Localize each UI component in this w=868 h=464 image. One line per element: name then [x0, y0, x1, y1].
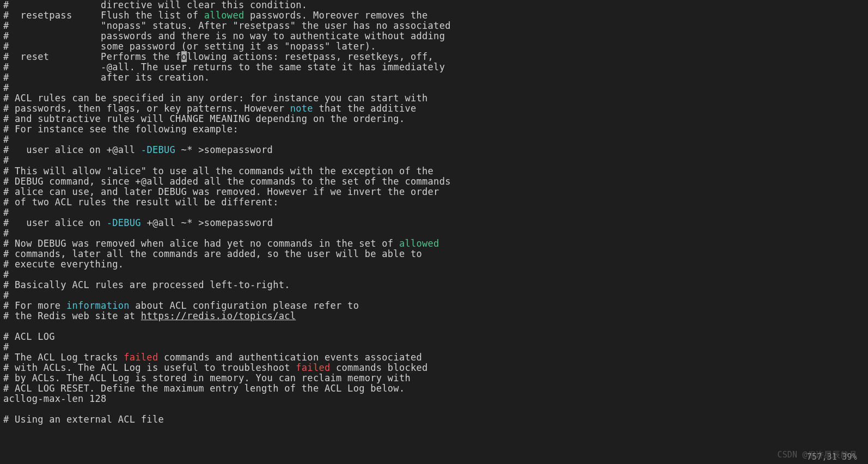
code-line: # [3, 228, 9, 239]
code-segment: -DEBUG [107, 217, 141, 228]
code-segment: https://redis.io/topics/acl [141, 310, 296, 321]
code-segment: +@all ~* >somepassword [141, 217, 273, 228]
code-segment: # [3, 155, 9, 166]
code-line: # user alice on +@all -DEBUG ~* >somepas… [3, 144, 273, 155]
code-line: # with ACLs. The ACL Log is useful to tr… [3, 362, 428, 373]
code-line: acllog-max-len 128 [3, 393, 107, 404]
code-segment: # The ACL Log tracks [3, 352, 124, 363]
code-segment: passwords. Moreover removes the [244, 10, 427, 21]
code-segment: failed [296, 362, 330, 373]
code-segment: # This will allow "alice" to use all the… [3, 166, 433, 176]
code-segment: # with ACLs. The ACL Log is useful to tr… [3, 362, 296, 373]
code-segment: # execute everything. [3, 259, 124, 270]
code-line: # passwords, then flags, or key patterns… [3, 103, 417, 114]
code-segment: # commands, later all the commands are a… [3, 248, 422, 259]
code-segment: allowed [204, 10, 244, 21]
code-line: # and subtractive rules will CHANGE MEAN… [3, 113, 405, 124]
code-line: # some password (or setting it as "nopas… [3, 41, 376, 52]
code-segment: ~* >somepassword [175, 144, 273, 155]
code-segment: note [290, 103, 313, 114]
config-file-view: # directive will clear this condition. #… [0, 0, 868, 425]
code-segment: llowing actions: resetpass, resetkeys, o… [187, 51, 433, 62]
code-segment: commands blocked [331, 362, 428, 373]
code-segment: # directive will clear this condition. [3, 0, 307, 10]
code-segment: commands and authentication events assoc… [158, 352, 422, 363]
code-segment: # Using an external ACL file [3, 414, 164, 425]
code-line: # For more information about ACL configu… [3, 300, 359, 311]
code-segment: # ACL rules can be specified in any orde… [3, 93, 428, 103]
code-segment: that the additive [313, 103, 417, 114]
code-segment: # user alice on [3, 217, 107, 228]
code-line: # resetpass Flush the list of allowed pa… [3, 10, 428, 21]
code-segment: # resetpass Flush the list of [3, 10, 204, 21]
code-line: # -@all. The user returns to the same st… [3, 62, 445, 72]
code-segment: # [3, 207, 9, 218]
code-segment: -DEBUG [141, 144, 175, 155]
code-segment: # ACL LOG [3, 331, 55, 342]
code-line: # the Redis web site at https://redis.io… [3, 310, 296, 321]
code-segment: # by ACLs. The ACL Log is stored in memo… [3, 373, 411, 383]
code-segment: # ACL LOG RESET. Define the maximum entr… [3, 383, 405, 394]
code-segment: # [3, 269, 9, 280]
code-segment: # and subtractive rules will CHANGE MEAN… [3, 113, 405, 124]
code-line: # [3, 82, 9, 93]
code-segment: # after its creation. [3, 72, 210, 83]
code-segment: # For instance see the following example… [3, 124, 239, 135]
code-segment: # DEBUG command, since +@all added all t… [3, 176, 451, 187]
code-segment: failed [124, 352, 158, 363]
code-segment: # passwords and there is no way to authe… [3, 30, 445, 41]
code-segment: # reset Performs the f [3, 51, 181, 62]
code-line: # Using an external ACL file [3, 414, 164, 425]
code-line: # The ACL Log tracks failed commands and… [3, 352, 422, 363]
code-segment: # -@all. The user returns to the same st… [3, 62, 445, 72]
code-line: # [3, 207, 9, 218]
code-line: # execute everything. [3, 259, 124, 270]
code-segment: # some password (or setting it as "nopas… [3, 41, 376, 52]
code-line: # user alice on -DEBUG +@all ~* >somepas… [3, 217, 273, 228]
code-line: # [3, 134, 9, 145]
code-line: # "nopass" status. After "resetpass" the… [3, 20, 451, 31]
code-line: # [3, 341, 9, 352]
code-line: # ACL LOG RESET. Define the maximum entr… [3, 383, 405, 394]
code-segment: # alice can use, and later DEBUG was rem… [3, 186, 439, 197]
code-line: # This will allow "alice" to use all the… [3, 166, 433, 176]
code-line: # after its creation. [3, 72, 210, 83]
vim-status-line: 757,31 39% [807, 453, 857, 462]
code-line: # Basically ACL rules are processed left… [3, 279, 290, 290]
code-line: # ACL LOG [3, 331, 55, 342]
code-line: # passwords and there is no way to authe… [3, 30, 445, 41]
code-segment: # user alice on +@all [3, 144, 141, 155]
code-line: # of two ACL rules the result will be di… [3, 197, 279, 207]
code-segment: # [3, 228, 9, 239]
code-line: # alice can use, and later DEBUG was rem… [3, 186, 439, 197]
code-segment: about ACL configuration please refer to [130, 300, 359, 311]
code-segment: # [3, 290, 9, 301]
code-segment: # [3, 341, 9, 352]
code-line: # commands, later all the commands are a… [3, 248, 422, 259]
code-segment: allowed [399, 238, 439, 249]
code-line: # Now DEBUG was removed when alice had y… [3, 238, 439, 249]
code-line: # DEBUG command, since +@all added all t… [3, 176, 451, 187]
code-segment: # [3, 134, 9, 145]
code-line: # For instance see the following example… [3, 124, 239, 135]
code-line: # [3, 290, 9, 301]
code-segment: # [3, 82, 9, 93]
code-segment: # "nopass" status. After "resetpass" the… [3, 20, 451, 31]
code-segment: o [181, 51, 187, 62]
code-line: # by ACLs. The ACL Log is stored in memo… [3, 373, 411, 383]
code-segment: # For more [3, 300, 66, 311]
code-line: # ACL rules can be specified in any orde… [3, 93, 428, 103]
code-segment: # passwords, then flags, or key patterns… [3, 103, 290, 114]
code-line: # reset Performs the following actions: … [3, 51, 433, 62]
code-segment: information [66, 300, 130, 311]
code-segment: acllog-max-len 128 [3, 393, 107, 404]
code-segment: # the Redis web site at [3, 310, 141, 321]
code-segment: # Basically ACL rules are processed left… [3, 279, 290, 290]
code-segment: # of two ACL rules the result will be di… [3, 197, 279, 207]
code-line: # [3, 269, 9, 280]
code-line: # [3, 155, 9, 166]
code-line: # directive will clear this condition. [3, 0, 307, 10]
code-segment: # Now DEBUG was removed when alice had y… [3, 238, 399, 249]
